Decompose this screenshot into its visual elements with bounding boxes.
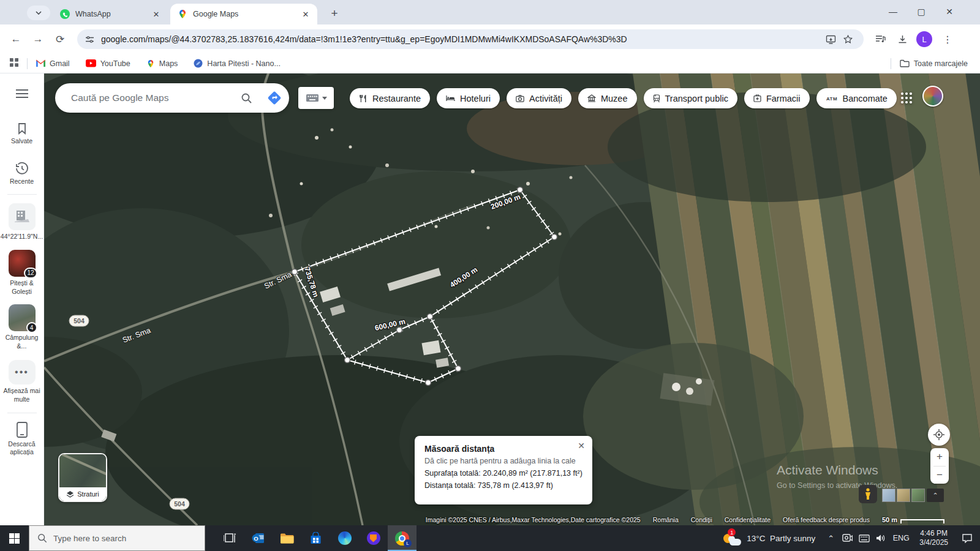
taskbar-chrome-active[interactable]: L bbox=[388, 525, 417, 551]
downloads-icon[interactable] bbox=[894, 31, 911, 48]
new-tab-button[interactable]: + bbox=[326, 5, 343, 22]
category-chip[interactable]: Restaurante bbox=[350, 88, 430, 108]
taskbar-store[interactable] bbox=[301, 525, 330, 551]
meet-now-icon[interactable] bbox=[839, 525, 856, 551]
attribution-link[interactable]: Confidențialitate bbox=[725, 516, 771, 523]
window-close-button[interactable]: ✕ bbox=[935, 0, 963, 23]
map-canvas[interactable]: Str. SmaStr. Sma200,00 m400,00 m600,00 m… bbox=[44, 73, 980, 525]
chevron-down-icon bbox=[322, 97, 327, 100]
language-indicator[interactable]: ENG bbox=[889, 525, 913, 551]
url-text[interactable]: google.com/maps/@44.3702783,25.1837616,4… bbox=[101, 34, 822, 44]
menu-kebab-icon[interactable]: ⋮ bbox=[939, 31, 956, 48]
chip-label: Muzee bbox=[601, 94, 628, 103]
zoom-in-button[interactable]: + bbox=[930, 448, 949, 466]
map-style-thumb[interactable] bbox=[897, 489, 910, 502]
all-bookmarks-button[interactable]: Toate marcajele bbox=[900, 59, 968, 68]
tab-close-icon[interactable]: ✕ bbox=[151, 9, 162, 20]
apps-grid-icon[interactable] bbox=[10, 58, 18, 69]
taskbar-shield-browser[interactable] bbox=[359, 525, 388, 551]
bookmark-youtube[interactable]: YouTube bbox=[86, 59, 130, 68]
taskbar-search[interactable] bbox=[29, 525, 205, 551]
tab-search-button[interactable] bbox=[27, 6, 50, 20]
collapse-controls-button[interactable]: ⌃ bbox=[927, 489, 944, 502]
volume-icon[interactable] bbox=[872, 525, 889, 551]
attribution-link[interactable]: Condiții bbox=[691, 516, 712, 523]
attribution-link[interactable]: România bbox=[653, 516, 679, 523]
address-bar[interactable]: google.com/maps/@44.3702783,25.1837616,4… bbox=[77, 29, 864, 49]
media-controls-icon[interactable] bbox=[872, 31, 889, 48]
menu-button[interactable] bbox=[0, 89, 44, 98]
all-bookmarks-label: Toate marcajele bbox=[914, 59, 968, 68]
chrome-profile-badge: L bbox=[404, 539, 412, 547]
category-chip[interactable]: ATMBancomate bbox=[816, 88, 897, 108]
place-thumbnail: 12 bbox=[9, 250, 36, 277]
window-maximize-button[interactable]: ▢ bbox=[907, 0, 935, 23]
zoom-out-button[interactable]: − bbox=[930, 467, 949, 484]
task-view-button[interactable] bbox=[215, 525, 244, 551]
sidebar-item-pitesti[interactable]: 12 Pitești & Golești bbox=[0, 250, 44, 296]
dialog-close-icon[interactable]: ✕ bbox=[575, 440, 587, 452]
sidebar-item-saved[interactable]: Salvate bbox=[0, 122, 44, 146]
dialog-total-distance: Distanța totală: 735,78 m (2.413,97 ft) bbox=[424, 481, 582, 490]
category-chip[interactable]: Hoteluri bbox=[437, 88, 500, 108]
zoom-controls: + − bbox=[930, 448, 949, 484]
my-location-button[interactable] bbox=[928, 424, 950, 446]
category-chip[interactable]: Transport public bbox=[644, 88, 737, 108]
action-center-icon[interactable] bbox=[954, 525, 980, 551]
touch-keyboard-icon[interactable] bbox=[856, 525, 872, 551]
maps-search-bar[interactable] bbox=[55, 83, 289, 113]
camera-icon bbox=[516, 95, 524, 102]
profile-avatar[interactable]: L bbox=[916, 31, 932, 47]
bookmark-gmail[interactable]: Gmail bbox=[36, 59, 70, 68]
tab-google-maps[interactable]: Google Maps ✕ bbox=[170, 4, 317, 24]
bookmark-harta-pitesti[interactable]: Harta Pitesti - Nano... bbox=[194, 59, 281, 68]
count-badge: 12 bbox=[24, 268, 37, 279]
install-icon[interactable] bbox=[822, 31, 839, 48]
tray-chevron-up[interactable]: ⌃ bbox=[823, 525, 839, 551]
sidebar-item-more[interactable]: ••• Afișează mai multe bbox=[0, 360, 44, 403]
time-text: 4:46 PM bbox=[920, 529, 948, 538]
search-button[interactable] bbox=[233, 92, 260, 104]
input-tools-button[interactable] bbox=[298, 87, 334, 109]
taskbar-edge[interactable] bbox=[330, 525, 359, 551]
sidebar-item-label: Salvate bbox=[10, 137, 34, 146]
sidebar-item-label: 44°22'11.9"N... bbox=[0, 233, 44, 241]
divider bbox=[27, 58, 28, 69]
back-button[interactable]: ← bbox=[6, 29, 26, 49]
layers-button[interactable]: Straturi bbox=[58, 453, 107, 502]
start-button[interactable] bbox=[0, 525, 29, 551]
pegman-button[interactable] bbox=[859, 485, 877, 503]
store-icon bbox=[309, 532, 322, 545]
taskbar-clock[interactable]: 4:46 PM 3/4/2025 bbox=[913, 525, 954, 551]
sidebar-item-recents[interactable]: Recente bbox=[0, 162, 44, 186]
tab-whatsapp[interactable]: WhatsApp ✕ bbox=[53, 4, 168, 24]
window-minimize-button[interactable]: — bbox=[879, 0, 907, 23]
sidebar-item-get-app[interactable]: Descarcă aplicația bbox=[0, 422, 44, 457]
map-style-thumb[interactable] bbox=[882, 489, 895, 502]
taskbar-search-input[interactable] bbox=[53, 534, 188, 543]
account-avatar[interactable] bbox=[922, 86, 943, 107]
site-settings-icon[interactable] bbox=[85, 34, 95, 45]
map-style-thumb[interactable] bbox=[911, 489, 925, 502]
category-chip[interactable]: Activități bbox=[507, 88, 571, 108]
sidebar-item-coordinates[interactable]: 44°22'11.9"N... bbox=[0, 203, 44, 241]
search-input[interactable] bbox=[71, 92, 233, 103]
dialog-total-area: Suprafața totală: 20.240,89 m² (217.871,… bbox=[424, 469, 582, 478]
attribution-link[interactable]: Oferă feedback despre produs bbox=[783, 516, 870, 523]
google-apps-grid-icon[interactable] bbox=[898, 89, 915, 107]
bookmark-star-icon[interactable] bbox=[839, 31, 856, 48]
taskbar-weather[interactable]: 1 13°C Partly sunny bbox=[715, 525, 823, 551]
category-chip[interactable]: Muzee bbox=[578, 88, 637, 108]
reload-button[interactable]: ⟳ bbox=[50, 29, 70, 49]
taskbar-file-explorer[interactable] bbox=[273, 525, 301, 551]
bookmark-maps[interactable]: Maps bbox=[146, 59, 178, 68]
weather-desc: Partly sunny bbox=[770, 534, 815, 543]
dialog-title: Măsoară distanța bbox=[424, 444, 582, 454]
directions-button[interactable] bbox=[260, 90, 289, 106]
category-chip[interactable]: Farmacii bbox=[744, 88, 810, 108]
forward-button[interactable]: → bbox=[28, 29, 48, 49]
pharmacy-icon bbox=[753, 94, 761, 102]
tab-close-icon[interactable]: ✕ bbox=[300, 9, 311, 20]
taskbar-outlook[interactable]: O bbox=[244, 525, 273, 551]
sidebar-item-campulung[interactable]: 4 Câmpulung &... bbox=[0, 304, 44, 350]
